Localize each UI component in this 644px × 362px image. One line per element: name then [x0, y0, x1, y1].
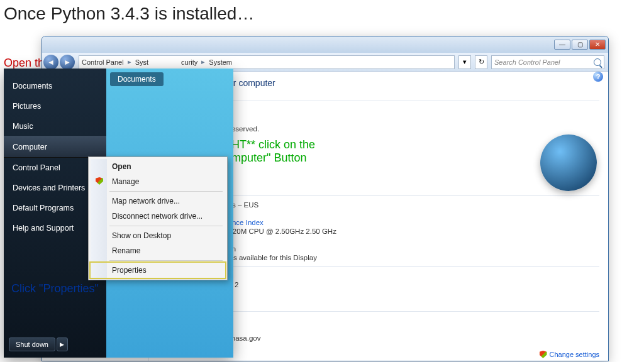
- breadcrumb-leaf[interactable]: System: [209, 58, 232, 66]
- annotation-right-click: HT** click on the mputer" Button: [231, 138, 315, 165]
- ctx-separator: [109, 226, 223, 226]
- window-titlebar: — ▢ ✕: [42, 36, 608, 53]
- shield-icon: [96, 177, 103, 185]
- search-input[interactable]: Search Control Panel: [491, 55, 604, 69]
- start-item-pictures[interactable]: Pictures: [4, 96, 106, 116]
- change-settings-link[interactable]: Change settings: [540, 351, 600, 358]
- ctx-show-desktop[interactable]: Show on Desktop: [91, 228, 225, 243]
- minimize-button[interactable]: —: [554, 40, 570, 50]
- forward-button[interactable]: ►: [60, 55, 75, 70]
- ctx-label: Manage: [112, 177, 139, 186]
- windows-logo-icon: [540, 134, 597, 191]
- shutdown-menu-button[interactable]: ▶: [57, 337, 68, 351]
- ctx-rename[interactable]: Rename: [91, 243, 225, 258]
- close-button[interactable]: ✕: [589, 40, 606, 50]
- breadcrumb[interactable]: Control Panel▸ Syst curity▸ System: [79, 55, 455, 69]
- ctx-map-drive[interactable]: Map network drive...: [91, 194, 225, 209]
- slide-title: Once Python 3.4.3 is installed…: [4, 4, 254, 24]
- back-button[interactable]: ◄: [43, 55, 58, 70]
- help-icon[interactable]: ?: [593, 72, 603, 82]
- nav-buttons: ◄ ►: [43, 55, 75, 70]
- shutdown-row: Shut down ▶: [4, 335, 106, 354]
- ctx-open[interactable]: Open: [91, 159, 225, 174]
- chevron-icon: ▸: [128, 58, 131, 66]
- path-dropdown[interactable]: ▾: [458, 55, 471, 69]
- ctx-disconnect-drive[interactable]: Disconnect network drive...: [91, 209, 225, 224]
- start-item-computer[interactable]: Computer: [4, 136, 106, 158]
- ctx-separator: [109, 191, 223, 192]
- annotation-click-properties: Click "Properties": [11, 282, 99, 295]
- breadcrumb-sec[interactable]: curity: [181, 58, 197, 66]
- search-placeholder: Search Control Panel: [494, 58, 594, 66]
- breadcrumb-mid-partial[interactable]: Syst: [135, 58, 148, 66]
- annotation-text: mputer" Button: [231, 151, 315, 165]
- ctx-properties[interactable]: Properties: [91, 263, 225, 278]
- shutdown-button[interactable]: Shut down: [9, 337, 55, 351]
- start-item-documents[interactable]: Documents: [4, 76, 106, 96]
- ctx-separator: [109, 260, 223, 261]
- ctx-manage[interactable]: Manage: [91, 174, 225, 189]
- shield-icon: [540, 351, 547, 358]
- maximize-button[interactable]: ▢: [572, 40, 588, 50]
- refresh-button[interactable]: ↻: [475, 55, 487, 69]
- annotation-text: HT** click on the: [231, 138, 315, 151]
- search-icon[interactable]: [594, 58, 601, 66]
- start-right-label: Documents: [110, 72, 164, 86]
- change-settings-text: Change settings: [550, 351, 600, 358]
- breadcrumb-root[interactable]: Control Panel: [82, 58, 124, 66]
- start-item-music[interactable]: Music: [4, 116, 106, 136]
- context-menu: Open Manage Map network drive... Disconn…: [88, 156, 228, 280]
- chevron-icon: ▸: [201, 58, 205, 66]
